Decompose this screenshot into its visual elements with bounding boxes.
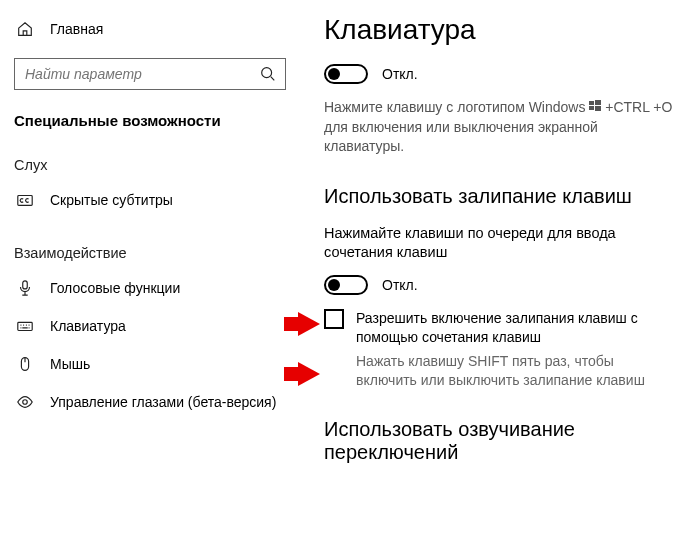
onscreen-keyboard-description: Нажмите клавишу с логотипом Windows +CTR… bbox=[324, 98, 676, 157]
nav-mouse-label: Мышь bbox=[50, 356, 90, 372]
home-icon bbox=[16, 20, 34, 38]
cc-icon bbox=[16, 191, 34, 209]
annotation-arrow-2 bbox=[298, 362, 320, 386]
search-icon bbox=[259, 65, 277, 83]
sticky-keys-description: Нажимайте клавиши по очереди для ввода с… bbox=[324, 224, 676, 262]
sticky-shortcut-hint: Нажать клавишу SHIFT пять раз, чтобы вкл… bbox=[356, 352, 676, 390]
nav-voice-label: Голосовые функции bbox=[50, 280, 180, 296]
nav-voice[interactable]: Голосовые функции bbox=[14, 269, 286, 307]
eye-icon bbox=[16, 393, 34, 411]
toggle-onscreen-keyboard-state: Откл. bbox=[382, 66, 418, 82]
nav-cc-label: Скрытые субтитры bbox=[50, 192, 173, 208]
main-panel: Клавиатура Откл. Нажмите клавишу с логот… bbox=[300, 0, 700, 553]
svg-rect-2 bbox=[23, 281, 28, 289]
svg-rect-8 bbox=[589, 106, 594, 110]
windows-key-icon bbox=[589, 98, 601, 118]
nav-eye-label: Управление глазами (бета-версия) bbox=[50, 394, 276, 410]
nav-eye-control[interactable]: Управление глазами (бета-версия) bbox=[14, 383, 286, 421]
search-box[interactable] bbox=[14, 58, 286, 90]
svg-rect-7 bbox=[595, 100, 601, 105]
nav-closed-captions[interactable]: Скрытые субтитры bbox=[14, 181, 286, 219]
svg-point-0 bbox=[262, 68, 272, 78]
group-hearing: Слух bbox=[14, 157, 286, 173]
checkbox-sticky-shortcut-label: Разрешить включение залипания клавиш с п… bbox=[356, 309, 676, 345]
mouse-icon bbox=[16, 355, 34, 373]
checkbox-sticky-shortcut[interactable] bbox=[324, 309, 344, 329]
group-interaction: Взаимодействие bbox=[14, 245, 286, 261]
keyboard-icon bbox=[16, 317, 34, 335]
heading-sticky-keys: Использовать залипание клавиш bbox=[324, 185, 676, 208]
section-title: Специальные возможности bbox=[14, 112, 286, 129]
nav-keyboard[interactable]: Клавиатура bbox=[14, 307, 286, 345]
search-input[interactable] bbox=[23, 65, 259, 83]
heading-toggle-sounds: Использовать озвучивание переключений bbox=[324, 418, 676, 464]
toggle-sticky-keys-state: Откл. bbox=[382, 277, 418, 293]
nav-home[interactable]: Главная bbox=[14, 14, 286, 44]
nav-home-label: Главная bbox=[50, 21, 103, 37]
nav-keyboard-label: Клавиатура bbox=[50, 318, 126, 334]
svg-point-5 bbox=[23, 400, 28, 405]
microphone-icon bbox=[16, 279, 34, 297]
sidebar: Главная Специальные возможности Слух Скр… bbox=[0, 0, 300, 553]
page-title: Клавиатура bbox=[324, 14, 676, 46]
svg-rect-9 bbox=[595, 106, 601, 111]
svg-rect-6 bbox=[589, 101, 594, 105]
annotation-arrow-1 bbox=[298, 312, 320, 336]
svg-rect-3 bbox=[18, 322, 32, 330]
toggle-sticky-keys[interactable] bbox=[324, 275, 368, 295]
nav-mouse[interactable]: Мышь bbox=[14, 345, 286, 383]
toggle-onscreen-keyboard[interactable] bbox=[324, 64, 368, 84]
